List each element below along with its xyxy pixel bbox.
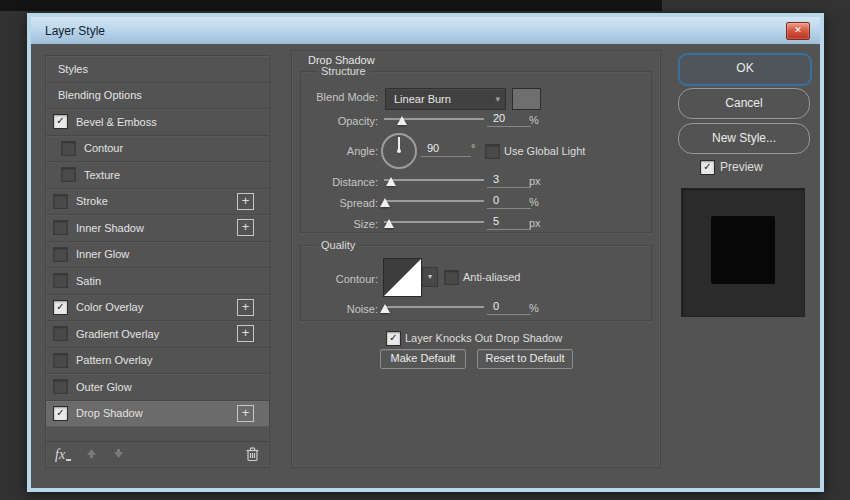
add-effect-instance-button[interactable]: + (237, 193, 254, 210)
distance-label: Distance: (301, 176, 378, 188)
size-label: Size: (301, 218, 378, 230)
distance-input[interactable]: 3 (487, 173, 531, 188)
dialog-titlebar[interactable]: Layer Style ✕ (31, 17, 820, 44)
styles-list-item-bevel-emboss[interactable]: ✓Bevel & Emboss (46, 109, 269, 136)
angle-unit: ° (471, 142, 475, 154)
slider-thumb[interactable] (380, 198, 390, 207)
style-label: Drop Shadow (76, 407, 143, 419)
blend-mode-dropdown[interactable]: Linear Burn ▾ (385, 88, 506, 110)
chevron-down-icon: ▾ (495, 94, 505, 104)
add-effect-instance-button[interactable]: + (237, 325, 254, 342)
angle-hub (397, 149, 401, 153)
fx-icon-dash (66, 459, 71, 461)
slider-track (384, 306, 484, 308)
style-label: Satin (76, 275, 101, 287)
style-enabled-checkbox[interactable]: ✓ (53, 406, 68, 421)
style-enabled-checkbox[interactable] (53, 326, 68, 341)
slider-thumb[interactable] (384, 219, 394, 228)
style-enabled-checkbox[interactable]: ✓ (53, 114, 68, 129)
slider-thumb[interactable] (397, 116, 407, 125)
noise-input[interactable]: 0 (487, 300, 531, 315)
style-enabled-checkbox[interactable] (53, 273, 68, 288)
style-enabled-checkbox[interactable] (53, 220, 68, 235)
slider-track (384, 221, 484, 223)
styles-list-item-styles[interactable]: Styles (46, 56, 269, 83)
move-effect-up-icon[interactable] (85, 446, 98, 464)
noise-label: Noise: (301, 303, 378, 315)
styles-list-item-inner-glow[interactable]: Inner Glow (46, 242, 269, 269)
size-slider[interactable] (381, 215, 487, 229)
styles-list: StylesBlending Options✓Bevel & EmbossCon… (46, 56, 269, 427)
style-label: Outer Glow (76, 381, 132, 393)
style-enabled-checkbox[interactable]: ✓ (53, 300, 68, 315)
add-effect-instance-button[interactable]: + (237, 219, 254, 236)
structure-group: Structure Blend Mode: Linear Burn ▾ Opac… (300, 71, 652, 233)
noise-slider[interactable] (381, 300, 487, 314)
cancel-button[interactable]: Cancel (678, 88, 810, 119)
preview-shadow-square (711, 216, 775, 284)
styles-list-panel: StylesBlending Options✓Bevel & EmbossCon… (45, 55, 270, 468)
anti-aliased-checkbox[interactable] (444, 270, 459, 285)
add-effect-instance-button[interactable]: + (237, 299, 254, 316)
layer-knocks-out-checkbox[interactable]: ✓ (386, 331, 401, 346)
opacity-input[interactable]: 20 (487, 112, 531, 127)
styles-list-item-blending-options[interactable]: Blending Options (46, 83, 269, 110)
use-global-light-checkbox[interactable] (485, 144, 500, 159)
styles-list-item-texture[interactable]: Texture (46, 162, 269, 189)
spread-label: Spread: (301, 197, 378, 209)
style-enabled-checkbox[interactable] (53, 353, 68, 368)
ok-button[interactable]: OK (678, 53, 812, 86)
style-label: Inner Glow (76, 248, 129, 260)
fx-icon[interactable]: fx (55, 447, 65, 463)
styles-list-item-inner-shadow[interactable]: Inner Shadow+ (46, 215, 269, 242)
style-enabled-checkbox[interactable] (53, 379, 68, 394)
quality-group: Quality Contour: ▾ Anti-aliased Noise: 0… (300, 245, 652, 321)
close-icon[interactable]: ✕ (786, 22, 810, 40)
styles-list-item-outer-glow[interactable]: Outer Glow (46, 374, 269, 401)
contour-picker-caret-icon[interactable]: ▾ (422, 267, 438, 287)
spread-input[interactable]: 0 (487, 194, 531, 209)
preview-checkbox[interactable]: ✓ (700, 160, 715, 175)
opacity-label: Opacity: (301, 115, 378, 127)
contour-thumbnail[interactable] (383, 258, 422, 297)
make-default-button[interactable]: Make Default (380, 349, 466, 369)
styles-list-item-gradient-overlay[interactable]: Gradient Overlay+ (46, 321, 269, 348)
style-enabled-checkbox[interactable] (61, 167, 76, 182)
angle-dial[interactable] (381, 133, 417, 169)
delete-effect-icon[interactable] (245, 446, 260, 466)
styles-list-item-color-overlay[interactable]: ✓Color Overlay+ (46, 295, 269, 322)
preview-label: Preview (720, 160, 763, 174)
new-style-button[interactable]: New Style... (678, 123, 810, 154)
styles-list-item-satin[interactable]: Satin (46, 268, 269, 295)
styles-list-item-contour[interactable]: Contour (46, 136, 269, 163)
layer-knocks-out-label: Layer Knocks Out Drop Shadow (405, 332, 562, 344)
app-background-top-right (662, 0, 850, 14)
spread-slider[interactable] (381, 194, 487, 208)
style-enabled-checkbox[interactable] (53, 247, 68, 262)
size-input[interactable]: 5 (487, 215, 531, 230)
slider-track (384, 200, 484, 202)
styles-list-item-drop-shadow[interactable]: ✓Drop Shadow+ (46, 401, 269, 428)
drop-shadow-options-panel: Drop Shadow Structure Blend Mode: Linear… (291, 50, 661, 468)
style-label: Pattern Overlay (76, 354, 152, 366)
distance-slider[interactable] (381, 173, 487, 187)
style-label: Inner Shadow (76, 222, 144, 234)
preview-thumbnail (681, 188, 805, 317)
opacity-slider[interactable] (381, 112, 487, 126)
layer-style-dialog: Layer Style ✕ StylesBlending Options✓Bev… (27, 13, 824, 492)
angle-input[interactable]: 90 (421, 142, 471, 157)
styles-list-item-stroke[interactable]: Stroke+ (46, 189, 269, 216)
style-enabled-checkbox[interactable] (61, 141, 76, 156)
style-enabled-checkbox[interactable] (53, 194, 68, 209)
slider-thumb[interactable] (386, 177, 396, 186)
style-label: Stroke (76, 195, 108, 207)
style-label: Gradient Overlay (76, 328, 159, 340)
shadow-color-swatch[interactable] (512, 88, 541, 110)
add-effect-instance-button[interactable]: + (237, 405, 254, 422)
slider-thumb[interactable] (380, 304, 390, 313)
reset-to-default-button[interactable]: Reset to Default (477, 349, 573, 369)
anti-aliased-label: Anti-aliased (463, 271, 520, 283)
move-effect-down-icon[interactable] (112, 446, 125, 464)
structure-legend: Structure (317, 65, 370, 77)
styles-list-item-pattern-overlay[interactable]: Pattern Overlay (46, 348, 269, 375)
